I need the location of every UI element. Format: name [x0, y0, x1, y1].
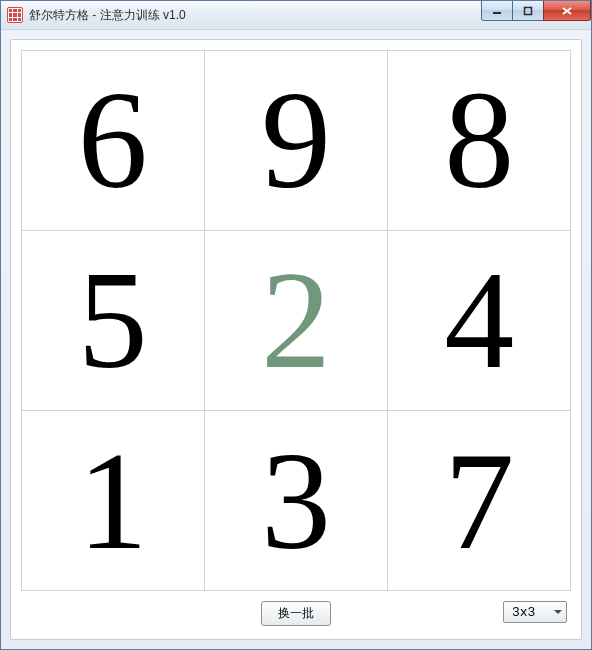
- chevron-down-icon: [554, 610, 562, 614]
- close-button[interactable]: [543, 1, 591, 21]
- titlebar[interactable]: 舒尔特方格 - 注意力训练 v1.0: [1, 1, 591, 30]
- grid-cell-2[interactable]: 8: [387, 50, 571, 231]
- client-area: 698524137 换一批 3x3: [1, 30, 591, 649]
- bottom-bar: 换一批 3x3: [21, 597, 571, 629]
- minimize-button[interactable]: [481, 1, 513, 21]
- grid-cell-0[interactable]: 6: [21, 50, 205, 231]
- grid-cell-8[interactable]: 7: [387, 410, 571, 591]
- grid-cell-7[interactable]: 3: [204, 410, 388, 591]
- grid-cell-5[interactable]: 4: [387, 230, 571, 411]
- schulte-grid: 698524137: [21, 50, 571, 591]
- window-title: 舒尔特方格 - 注意力训练 v1.0: [29, 7, 186, 24]
- maximize-button[interactable]: [512, 1, 544, 21]
- grid-size-select[interactable]: 3x3: [503, 601, 567, 623]
- grid-cell-4[interactable]: 2: [204, 230, 388, 411]
- app-window: 舒尔特方格 - 注意力训练 v1.0 698524137 换一批 3x3: [0, 0, 592, 650]
- svg-rect-1: [525, 7, 532, 14]
- maximize-icon: [523, 6, 533, 16]
- grid-cell-3[interactable]: 5: [21, 230, 205, 411]
- shuffle-button[interactable]: 换一批: [261, 601, 331, 626]
- grid-size-value: 3x3: [512, 605, 535, 620]
- minimize-icon: [492, 6, 502, 16]
- window-controls: [482, 1, 591, 21]
- grid-cell-6[interactable]: 1: [21, 410, 205, 591]
- close-icon: [561, 6, 573, 16]
- main-panel: 698524137 换一批 3x3: [10, 39, 582, 640]
- grid-cell-1[interactable]: 9: [204, 50, 388, 231]
- app-icon: [7, 7, 23, 23]
